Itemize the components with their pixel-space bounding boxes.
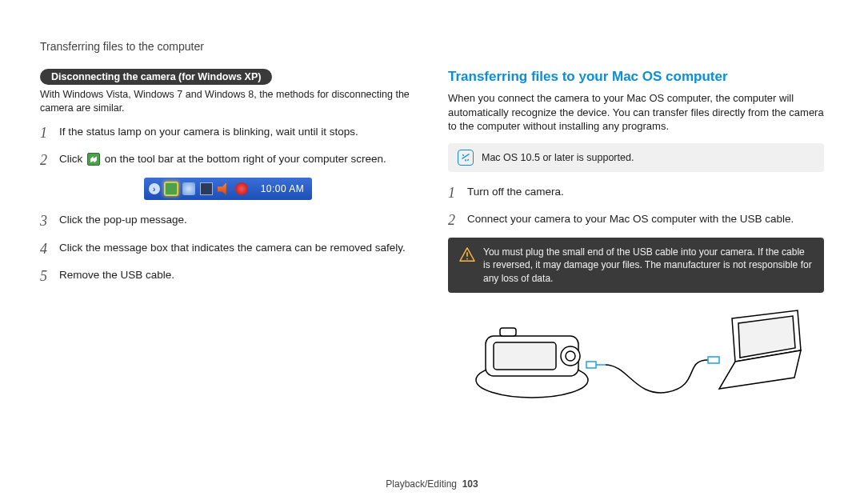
content-columns: Disconnecting the camera (for Windows XP… [40, 69, 824, 408]
svg-rect-4 [494, 342, 556, 370]
svg-rect-10 [708, 357, 719, 363]
warning-callout: You must plug the small end of the USB c… [448, 238, 824, 293]
volume-tray-icon [218, 182, 230, 195]
subsection-pill: Disconnecting the camera (for Windows XP… [40, 69, 272, 85]
info-callout: Mac OS 10.5 or later is supported. [448, 143, 824, 172]
right-column: Transferring files to your Mac OS comput… [448, 69, 824, 408]
network-tray-icon [182, 182, 195, 195]
connection-illustration [448, 304, 824, 408]
step-item: 4 Click the message box that indicates t… [40, 239, 416, 258]
footer-page-number: 103 [462, 478, 478, 490]
step-item: 5 Remove the USB cable. [40, 266, 416, 286]
step-text: If the status lamp on your camera is bli… [59, 123, 358, 139]
safely-remove-hardware-icon [87, 153, 100, 166]
left-steps-continued: 3 Click the pop-up message. 4 Click the … [40, 211, 416, 286]
status-tray-icon [235, 182, 248, 195]
info-text: Mac OS 10.5 or later is supported. [482, 152, 634, 163]
page-footer: Playback/Editing 103 [0, 478, 864, 490]
left-column: Disconnecting the camera (for Windows XP… [40, 69, 416, 408]
display-tray-icon [200, 182, 213, 195]
taskbar-clock: 10:00 AM [261, 183, 305, 194]
step-text: Click on the tool bar at the bottom righ… [59, 150, 386, 166]
step-text: Click the pop-up message. [59, 211, 187, 227]
step-text: Turn off the camera. [467, 183, 564, 199]
step-text-pre: Click [59, 153, 86, 165]
taskbar-example: › 10:00 AM [40, 178, 416, 200]
section-title: Transferring files to your Mac OS comput… [448, 69, 824, 85]
step-number: 3 [40, 211, 51, 230]
step-text: Click the message box that indicates the… [59, 239, 406, 255]
step-number: 2 [40, 150, 51, 170]
step-item: 1 Turn off the camera. [448, 183, 824, 202]
svg-point-1 [466, 258, 468, 260]
step-number: 4 [40, 239, 51, 258]
intro-paragraph: When you connect the camera to your Mac … [448, 91, 824, 134]
compat-note: With Windows Vista, Windows 7 and Window… [40, 88, 416, 115]
svg-rect-7 [500, 328, 516, 336]
step-text-post: on the tool bar at the bottom right of y… [105, 153, 386, 165]
step-item: 2 Connect your camera to your Mac OS com… [448, 210, 824, 230]
footer-section: Playback/Editing [386, 478, 457, 490]
safely-remove-hardware-tray-icon [165, 182, 178, 195]
tray-expand-icon: › [149, 183, 160, 194]
step-item: 1 If the status lamp on your camera is b… [40, 123, 416, 142]
info-icon [458, 150, 474, 166]
warning-icon [459, 247, 475, 262]
step-item: 2 Click on the tool bar at the bottom ri… [40, 150, 416, 170]
page-header: Transferring files to the computer [40, 40, 824, 53]
right-steps: 1 Turn off the camera. 2 Connect your ca… [448, 183, 824, 230]
left-steps: 1 If the status lamp on your camera is b… [40, 123, 416, 170]
warning-text: You must plug the small end of the USB c… [483, 246, 813, 285]
step-number: 2 [448, 210, 459, 230]
camera-laptop-diagram-icon [468, 304, 804, 408]
step-text: Connect your camera to your Mac OS compu… [467, 210, 794, 226]
step-text: Remove the USB cable. [59, 266, 174, 282]
step-item: 3 Click the pop-up message. [40, 211, 416, 230]
svg-point-6 [566, 351, 575, 361]
svg-rect-8 [586, 362, 596, 368]
step-number: 5 [40, 266, 51, 286]
step-number: 1 [448, 183, 459, 202]
windows-taskbar: › 10:00 AM [144, 178, 313, 200]
step-number: 1 [40, 123, 51, 142]
